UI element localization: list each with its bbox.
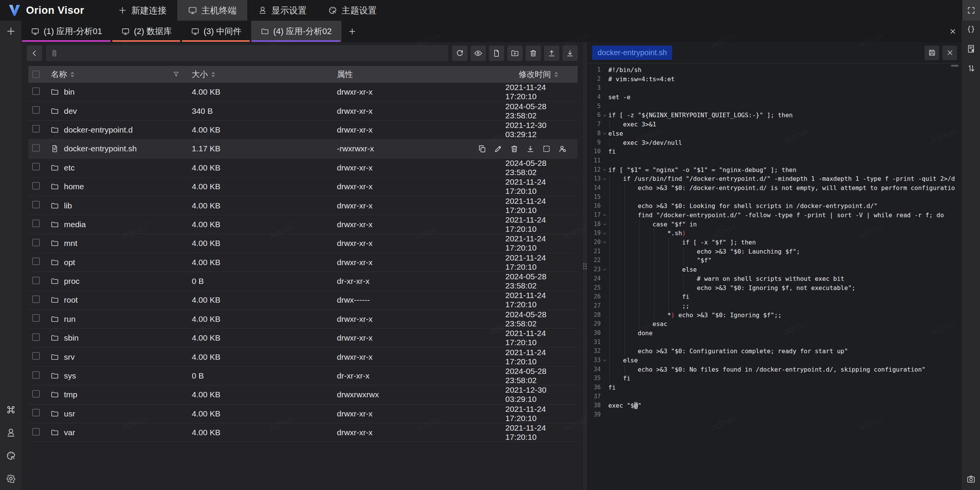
toggle-hidden-button[interactable] [470, 46, 486, 61]
file-name[interactable]: home [64, 182, 84, 191]
row-checkbox[interactable] [32, 390, 40, 398]
table-row[interactable]: srv4.00 KBdrwxr-xr-x2021-11-24 17:20:10 [28, 347, 578, 366]
line-number[interactable]: 15 [587, 193, 601, 202]
delete-button[interactable] [526, 46, 541, 61]
new-folder-button[interactable] [507, 46, 523, 61]
line-number[interactable]: 21 [587, 247, 601, 256]
line-number[interactable]: 39 [587, 410, 601, 420]
line-number[interactable]: 33 [587, 356, 601, 365]
file-name[interactable]: tmp [64, 390, 77, 399]
sort-carets[interactable] [211, 72, 215, 77]
tab-1[interactable]: (1) 应用-分析01 [21, 21, 112, 42]
line-number[interactable]: 38 [587, 401, 601, 410]
code-editor[interactable]: 1#!/bin/sh2# vim:sw=4:ts=4:et34set -e56i… [587, 64, 962, 490]
file-name[interactable]: docker-entrypoint.sh [64, 144, 137, 153]
fold-chevron-icon[interactable] [601, 267, 608, 272]
tab-2[interactable]: (2) 数据库 [112, 21, 181, 42]
file-name[interactable]: mnt [64, 239, 77, 248]
line-number[interactable]: 23 [587, 265, 601, 274]
table-row[interactable]: mnt4.00 KBdrwxr-xr-x2021-11-24 17:20:10 [28, 234, 578, 253]
row-checkbox[interactable] [32, 333, 40, 341]
file-name[interactable]: dev [64, 107, 77, 116]
line-number[interactable]: 31 [587, 338, 601, 347]
sort-lines-button[interactable] [966, 64, 976, 73]
edit-button[interactable] [494, 144, 503, 153]
fold-chevron-icon[interactable] [601, 131, 608, 136]
file-name[interactable]: proc [64, 277, 80, 286]
copy-button[interactable] [478, 144, 487, 153]
line-number[interactable]: 36 [587, 383, 601, 392]
settings-button[interactable] [6, 474, 16, 484]
tab-4[interactable]: (4) 应用-分析02 [251, 21, 341, 42]
tab-3[interactable]: (3) 中间件 [181, 21, 251, 42]
download-button[interactable] [526, 144, 535, 153]
table-row[interactable]: var4.00 KBdrwxr-xr-x2021-11-24 17:20:10 [28, 423, 578, 442]
select-all-checkbox[interactable] [32, 70, 40, 78]
row-checkbox[interactable] [32, 106, 40, 114]
display-settings-button[interactable] [6, 428, 16, 438]
row-checkbox[interactable] [32, 352, 40, 360]
file-name[interactable]: etc [64, 163, 75, 172]
file-name[interactable]: docker-entrypoint.d [64, 125, 133, 134]
table-row[interactable]: sys0 Bdr-xr-xr-x2024-05-28 23:58:02 [28, 367, 578, 385]
row-checkbox[interactable] [32, 163, 40, 170]
move-button[interactable] [542, 144, 551, 153]
table-row[interactable]: dev340 Bdrwxr-xr-x2024-05-28 23:58:02 [28, 102, 578, 120]
fold-chevron-icon[interactable] [601, 240, 608, 245]
screenshot-button[interactable] [966, 474, 976, 484]
shortcut-keys-button[interactable] [6, 405, 16, 415]
new-file-button[interactable] [489, 46, 504, 61]
line-number[interactable]: 19 [587, 229, 601, 238]
fold-chevron-icon[interactable] [601, 167, 608, 172]
file-name[interactable]: run [64, 315, 75, 324]
table-row[interactable]: opt4.00 KBdrwxr-xr-x2021-11-24 17:20:10 [28, 253, 578, 272]
row-checkbox[interactable] [32, 371, 40, 379]
path-input[interactable] [61, 49, 444, 58]
line-number[interactable]: 25 [587, 284, 601, 293]
file-name[interactable]: opt [64, 258, 75, 267]
line-number[interactable]: 8 [587, 129, 601, 138]
download-button[interactable] [562, 46, 578, 61]
filter-icon[interactable] [173, 71, 180, 78]
row-checkbox[interactable] [32, 257, 40, 265]
fold-chevron-icon[interactable] [601, 222, 608, 227]
table-row[interactable]: lib4.00 KBdrwxr-xr-x2021-11-24 17:20:10 [28, 196, 578, 215]
file-name[interactable]: lib [64, 201, 72, 210]
line-number[interactable]: 35 [587, 374, 601, 383]
file-name[interactable]: root [64, 295, 78, 305]
line-number[interactable]: 20 [587, 238, 601, 247]
save-button[interactable] [924, 46, 939, 60]
line-number[interactable]: 1 [587, 66, 601, 75]
line-number[interactable]: 28 [587, 311, 601, 320]
row-checkbox[interactable] [32, 220, 40, 227]
menu-item-new-connection[interactable]: 新建连接 [107, 0, 177, 21]
file-name[interactable]: bin [64, 87, 75, 97]
table-row[interactable]: etc4.00 KBdrwxr-xr-x2024-05-28 23:58:02 [28, 159, 578, 177]
line-number[interactable]: 6 [587, 111, 601, 120]
table-row[interactable]: home4.00 KBdrwxr-xr-x2021-11-24 17:20:10 [28, 177, 578, 196]
file-name[interactable]: media [64, 220, 86, 229]
fold-chevron-icon[interactable] [601, 358, 608, 363]
file-name[interactable]: var [64, 428, 75, 437]
table-row[interactable]: docker-entrypoint.d4.00 KBdrwxr-xr-x2021… [28, 121, 578, 139]
table-row[interactable]: run4.00 KBdrwxr-xr-x2024-05-28 23:58:02 [28, 310, 578, 329]
close-editor-button[interactable] [942, 46, 957, 60]
file-name[interactable]: usr [64, 409, 75, 418]
table-row[interactable]: tmp4.00 KBdrwxrwxrwx2021-12-30 03:29:10 [28, 385, 578, 404]
line-number[interactable]: 16 [587, 202, 601, 211]
table-row[interactable]: root4.00 KBdrwx------2021-11-24 17:20:10 [28, 291, 578, 310]
line-number[interactable]: 29 [587, 320, 601, 329]
line-number[interactable]: 22 [587, 256, 601, 265]
line-number[interactable]: 34 [587, 365, 601, 374]
row-checkbox[interactable] [32, 239, 40, 246]
row-checkbox[interactable] [32, 295, 40, 303]
line-number[interactable]: 13 [587, 174, 601, 184]
delete-button[interactable] [510, 144, 519, 153]
row-checkbox[interactable] [32, 314, 40, 322]
line-number[interactable]: 30 [587, 329, 601, 338]
line-number[interactable]: 4 [587, 93, 601, 102]
line-number[interactable]: 3 [587, 84, 601, 93]
table-row[interactable]: media4.00 KBdrwxr-xr-x2021-11-24 17:20:1… [28, 215, 578, 234]
menu-item-host-terminal[interactable]: 主机终端 [177, 0, 247, 21]
fold-chevron-icon[interactable] [601, 177, 608, 182]
